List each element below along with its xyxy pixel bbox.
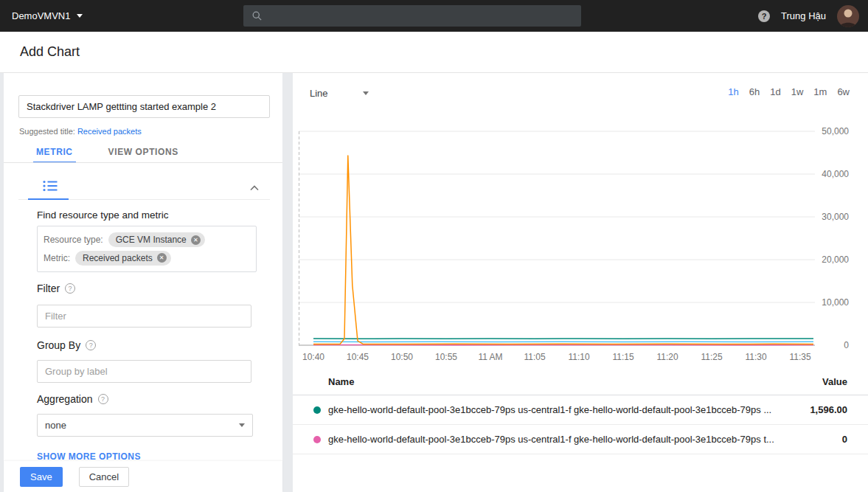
project-name: DemoVMVN1 (12, 10, 70, 21)
svg-text:0: 0 (844, 340, 849, 350)
suggested-title: Suggested title: Received packets (19, 127, 142, 136)
remove-chip-icon[interactable]: ✕ (157, 253, 167, 263)
chevron-down-icon (363, 91, 369, 95)
find-metric-label: Find resource type and metric (37, 209, 169, 221)
aggregation-value: none (45, 420, 66, 431)
info-icon[interactable]: ? (98, 394, 108, 404)
search-input[interactable] (269, 10, 573, 21)
resource-type-chip-label: GCE VM Instance (116, 235, 187, 245)
action-bar: Save Cancel (4, 461, 282, 492)
series-name: gke-hello-world-default-pool-3e1bcceb-79… (328, 404, 795, 415)
save-button[interactable]: Save (20, 467, 63, 487)
page-title: Add Chart (20, 32, 80, 72)
range-1w[interactable]: 1w (791, 86, 804, 97)
svg-text:10:50: 10:50 (391, 352, 413, 362)
line-chart-svg: 010,00020,00030,00040,00050,00010:4010:4… (299, 125, 855, 369)
range-1h[interactable]: 1h (728, 86, 738, 97)
metric-chip-label: Received packets (83, 253, 153, 263)
info-icon[interactable]: ? (86, 340, 96, 350)
metric-list-tab[interactable] (33, 173, 67, 199)
user-name: Trung Hậu (781, 10, 826, 21)
svg-text:10,000: 10,000 (822, 297, 849, 308)
range-1m[interactable]: 1m (813, 86, 827, 97)
range-1d[interactable]: 1d (770, 86, 780, 97)
tab-metric[interactable]: METRIC (33, 141, 76, 162)
svg-text:30,000: 30,000 (822, 212, 849, 222)
group-by-label-row: Group By ? (37, 339, 96, 351)
legend-dot (313, 436, 321, 443)
filter-label: Filter (37, 283, 60, 294)
svg-text:11:05: 11:05 (524, 352, 545, 362)
svg-text:10:55: 10:55 (435, 352, 457, 362)
metric-list-tab-underline (28, 198, 69, 200)
svg-text:11:25: 11:25 (701, 352, 722, 362)
svg-text:10:45: 10:45 (347, 352, 369, 362)
info-icon[interactable]: ? (65, 283, 75, 294)
svg-text:50,000: 50,000 (822, 126, 849, 136)
time-range-selector: 1h 6h 1d 1w 1m 6w (728, 86, 850, 97)
resource-type-row: Resource type: GCE VM Instance ✕ (44, 232, 250, 247)
chart-preview-panel: Line 1h 6h 1d 1w 1m 6w 010,00020,00030,0… (293, 73, 868, 492)
chevron-down-icon (239, 423, 245, 427)
resource-metric-box[interactable]: Resource type: GCE VM Instance ✕ Metric:… (37, 226, 257, 272)
suggested-title-link[interactable]: Received packets (77, 127, 142, 136)
list-icon (43, 180, 58, 192)
remove-chip-icon[interactable]: ✕ (191, 235, 201, 245)
svg-text:20,000: 20,000 (822, 254, 849, 265)
svg-text:11:30: 11:30 (745, 352, 766, 362)
resource-type-chip[interactable]: GCE VM Instance ✕ (108, 232, 205, 247)
column-name: Name (328, 376, 354, 387)
chart-title-input[interactable] (18, 95, 270, 118)
svg-text:11 AM: 11 AM (478, 352, 502, 362)
chart-config-panel: Suggested title: Received packets METRIC… (4, 73, 282, 492)
cancel-button[interactable]: Cancel (79, 467, 129, 487)
search-icon (251, 10, 263, 21)
aggregation-label-row: Aggregation ? (37, 393, 108, 405)
aggregation-select[interactable]: none (37, 414, 253, 437)
config-tabs: METRIC VIEW OPTIONS (33, 141, 181, 162)
avatar[interactable] (837, 5, 859, 27)
svg-text:11:20: 11:20 (656, 352, 678, 362)
page-header: Add Chart (0, 32, 868, 73)
project-selector[interactable]: DemoVMVN1 (12, 10, 83, 21)
column-value: Value (822, 376, 847, 387)
help-icon[interactable]: ? (758, 10, 770, 22)
svg-text:11:10: 11:10 (568, 352, 589, 362)
series-table: Name Value gke-hello-world-default-pool-… (293, 368, 868, 454)
resource-type-label: Resource type: (44, 235, 103, 245)
collapse-section-button[interactable] (247, 178, 262, 197)
group-by-label: Group By (37, 339, 80, 351)
range-6h[interactable]: 6h (749, 86, 760, 97)
table-row[interactable]: gke-hello-world-default-pool-3e1bcceb-79… (293, 425, 868, 454)
chart-type-value: Line (310, 88, 328, 99)
suggested-title-label: Suggested title: (19, 127, 75, 136)
chart-type-select[interactable]: Line (310, 84, 369, 102)
legend-dot (313, 406, 321, 414)
chevron-down-icon (77, 14, 83, 18)
svg-text:11:35: 11:35 (789, 352, 810, 362)
tabs-divider (4, 162, 282, 163)
series-value: 1,596.00 (810, 404, 847, 415)
show-more-options-link[interactable]: SHOW MORE OPTIONS (37, 451, 141, 462)
line-chart: 010,00020,00030,00040,00050,00010:4010:4… (299, 125, 855, 369)
svg-text:10:40: 10:40 (302, 352, 324, 362)
svg-text:40,000: 40,000 (822, 169, 849, 179)
filter-label-row: Filter ? (37, 283, 75, 294)
svg-text:11:15: 11:15 (612, 352, 633, 362)
tab-view-options[interactable]: VIEW OPTIONS (105, 141, 181, 162)
group-by-input[interactable] (37, 360, 251, 383)
metric-row: Metric: Received packets ✕ (44, 251, 250, 266)
series-table-header: Name Value (293, 368, 868, 395)
aggregation-label: Aggregation (37, 393, 93, 405)
range-6w[interactable]: 6w (837, 86, 850, 97)
topbar: DemoVMVN1 ? Trung Hậu (0, 0, 868, 32)
series-value: 0 (842, 434, 847, 445)
topbar-search[interactable] (243, 5, 581, 27)
topbar-right-cluster: ? Trung Hậu (758, 0, 859, 32)
metric-chip[interactable]: Received packets ✕ (75, 251, 171, 266)
metric-label: Metric: (44, 253, 70, 263)
series-name: gke-hello-world-default-pool-3e1bcceb-79… (328, 434, 827, 445)
table-row[interactable]: gke-hello-world-default-pool-3e1bcceb-79… (293, 395, 868, 425)
filter-input[interactable] (37, 305, 251, 328)
